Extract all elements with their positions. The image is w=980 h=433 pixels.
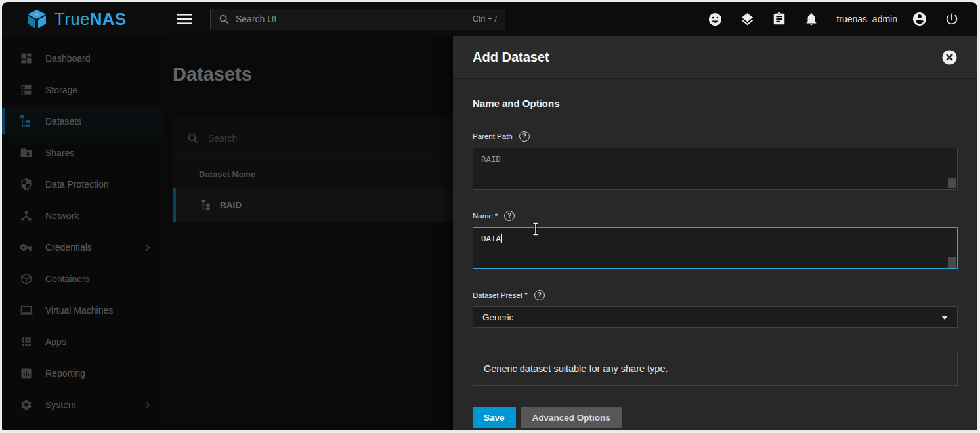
parent-path-label: Parent Path bbox=[473, 133, 513, 140]
dataset-preset-select[interactable]: Generic bbox=[473, 306, 958, 328]
app-window: TrueNAS Search UI Ctrl + / truenas_admin bbox=[2, 2, 977, 430]
parent-path-field: Parent Path ? RAID bbox=[473, 131, 958, 190]
brand-nas: NAS bbox=[90, 9, 127, 29]
panel-actions: Save Advanced Options bbox=[473, 407, 958, 428]
power-icon bbox=[945, 12, 959, 26]
chevron-down-icon bbox=[941, 316, 948, 320]
dataset-preset-value: Generic bbox=[482, 312, 513, 322]
help-icon[interactable]: ? bbox=[534, 290, 545, 300]
close-panel-button[interactable] bbox=[941, 49, 958, 66]
advanced-options-button[interactable]: Advanced Options bbox=[521, 407, 622, 428]
menu-toggle-button[interactable] bbox=[175, 9, 194, 29]
jobs-button[interactable] bbox=[768, 8, 790, 30]
brand-true: True bbox=[54, 9, 90, 29]
resize-grip[interactable] bbox=[948, 178, 956, 188]
truenas-logo-icon bbox=[26, 9, 48, 29]
clipboard-icon bbox=[772, 12, 786, 26]
search-shortcut-hint: Ctrl + / bbox=[473, 14, 497, 24]
global-search-placeholder: Search UI bbox=[236, 14, 276, 24]
top-bar: TrueNAS Search UI Ctrl + / truenas_admin bbox=[2, 2, 977, 36]
feedback-button[interactable] bbox=[704, 8, 726, 30]
resize-grip[interactable] bbox=[948, 257, 956, 268]
parent-path-textarea[interactable]: RAID bbox=[473, 148, 958, 190]
text-caret bbox=[501, 234, 502, 243]
truecommand-button[interactable] bbox=[736, 8, 758, 30]
alerts-button[interactable] bbox=[800, 8, 822, 30]
power-button[interactable] bbox=[941, 8, 963, 30]
preset-info-box: Generic dataset suitable for any share t… bbox=[473, 352, 958, 386]
panel-body: Name and Options Parent Path ? RAID Name… bbox=[453, 79, 977, 428]
preset-info-text: Generic dataset suitable for any share t… bbox=[484, 363, 668, 374]
help-icon[interactable]: ? bbox=[504, 211, 515, 221]
name-value: DATA bbox=[481, 234, 501, 243]
dataset-preset-field: Dataset Preset * ? Generic bbox=[473, 290, 958, 328]
modal-backdrop[interactable] bbox=[2, 36, 453, 430]
avatar-icon bbox=[912, 11, 927, 27]
panel-title: Add Dataset bbox=[473, 50, 549, 65]
name-textarea[interactable]: DATA bbox=[473, 227, 958, 269]
search-icon bbox=[219, 14, 230, 25]
parent-path-value: RAID bbox=[481, 154, 501, 164]
hamburger-icon bbox=[177, 14, 192, 24]
brand-text: TrueNAS bbox=[54, 9, 127, 30]
help-icon[interactable]: ? bbox=[519, 131, 530, 142]
layers-icon bbox=[740, 12, 755, 27]
section-title: Name and Options bbox=[473, 98, 958, 109]
name-label: Name * bbox=[473, 212, 498, 220]
bell-icon bbox=[804, 12, 819, 26]
logged-in-username: truenas_admin bbox=[836, 14, 897, 24]
panel-header: Add Dataset bbox=[453, 36, 977, 79]
save-button[interactable]: Save bbox=[473, 407, 516, 428]
close-icon bbox=[941, 49, 958, 66]
global-search-input[interactable]: Search UI Ctrl + / bbox=[210, 9, 505, 30]
smiley-icon bbox=[708, 12, 723, 27]
add-dataset-panel: Add Dataset Name and Options Parent Path… bbox=[453, 36, 977, 430]
truenas-logo[interactable]: TrueNAS bbox=[2, 9, 163, 30]
name-field: Name * ? DATA bbox=[473, 211, 958, 269]
topbar-actions: truenas_admin bbox=[704, 8, 977, 30]
account-button[interactable] bbox=[908, 8, 931, 30]
dataset-preset-label: Dataset Preset * bbox=[473, 291, 528, 299]
